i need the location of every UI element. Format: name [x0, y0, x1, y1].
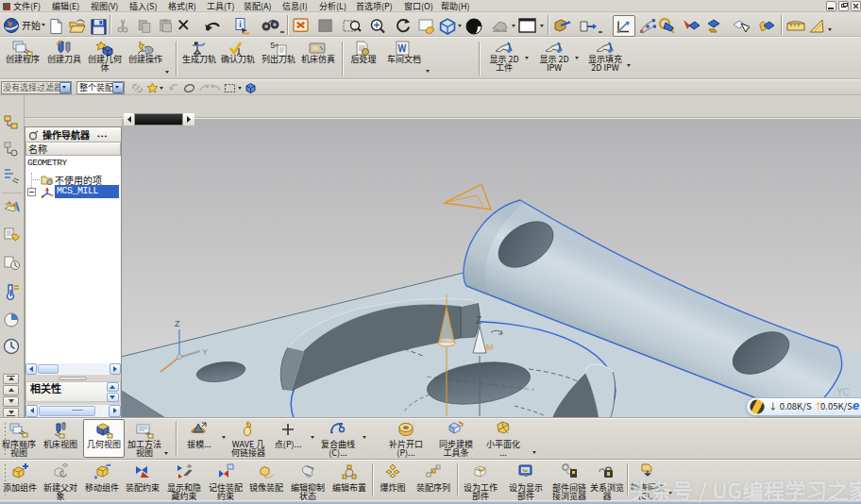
- svg-text:5: 5: [270, 42, 275, 51]
- svg-text:Z: Z: [175, 319, 180, 328]
- svg-text:YC: YC: [836, 387, 850, 397]
- svg-text:M: M: [486, 343, 494, 352]
- svg-text:Y: Y: [202, 347, 208, 357]
- svg-text:i: i: [239, 18, 242, 30]
- svg-text:Z: Z: [476, 315, 481, 326]
